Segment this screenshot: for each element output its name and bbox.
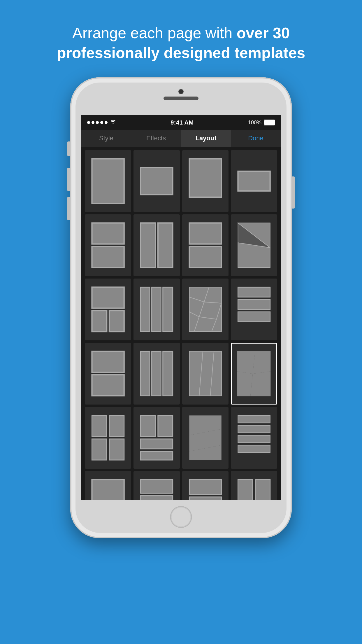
front-camera xyxy=(178,89,184,94)
svg-rect-50 xyxy=(140,439,173,449)
phone-top-area xyxy=(164,89,198,100)
svg-rect-17 xyxy=(152,287,161,332)
tab-done-label: Done xyxy=(248,134,263,142)
svg-rect-18 xyxy=(163,287,173,332)
svg-rect-66 xyxy=(189,480,221,495)
earpiece-speaker xyxy=(164,97,198,100)
volume-up-button xyxy=(67,168,70,191)
status-bar: 9:41 AM 100% xyxy=(81,115,281,130)
layout-item-6[interactable] xyxy=(133,214,180,276)
layout-item-2[interactable] xyxy=(133,150,180,212)
layout-item-19[interactable] xyxy=(182,407,229,469)
svg-rect-8 xyxy=(189,223,221,244)
svg-rect-64 xyxy=(140,496,173,500)
wifi-icon xyxy=(110,120,116,126)
header-line1: Arrange each page with over 30 xyxy=(72,24,290,41)
signal-dot-1 xyxy=(87,121,90,124)
layout-item-8[interactable] xyxy=(231,214,277,276)
signal-dot-5 xyxy=(105,121,108,124)
layout-item-15[interactable] xyxy=(182,343,229,405)
svg-rect-60 xyxy=(92,480,124,500)
signal-dot-2 xyxy=(92,121,94,124)
svg-rect-63 xyxy=(140,480,173,494)
layout-item-10[interactable] xyxy=(133,279,180,340)
tab-effects-label: Effects xyxy=(146,134,166,142)
svg-rect-33 xyxy=(152,351,161,396)
layout-item-21[interactable] xyxy=(85,471,131,500)
layout-item-14[interactable] xyxy=(133,343,180,405)
layout-item-22[interactable] xyxy=(133,471,180,500)
svg-rect-48 xyxy=(140,416,155,437)
svg-rect-15 xyxy=(109,311,124,332)
svg-marker-42 xyxy=(237,371,253,396)
svg-rect-58 xyxy=(238,435,270,443)
svg-rect-67 xyxy=(189,497,221,500)
signal-dots xyxy=(87,121,108,124)
svg-rect-51 xyxy=(140,452,173,460)
svg-rect-1 xyxy=(140,168,173,195)
layout-item-5[interactable] xyxy=(85,214,131,276)
svg-marker-40 xyxy=(237,351,255,374)
status-right: 100% xyxy=(248,120,275,126)
svg-rect-28 xyxy=(238,300,270,309)
power-button xyxy=(292,176,295,209)
svg-rect-2 xyxy=(189,159,221,197)
layout-item-11[interactable] xyxy=(182,279,229,340)
tab-bar: Style Effects Layout Done xyxy=(81,130,281,147)
svg-rect-3 xyxy=(238,171,270,191)
tab-style-label: Style xyxy=(99,134,113,142)
header-text: Arrange each page with over 30 professio… xyxy=(34,23,328,63)
svg-rect-29 xyxy=(238,312,270,322)
svg-rect-71 xyxy=(255,480,270,500)
tab-layout-label: Layout xyxy=(195,134,216,142)
svg-rect-31 xyxy=(92,375,124,396)
svg-rect-5 xyxy=(92,246,124,267)
svg-rect-57 xyxy=(238,426,270,433)
phone-mockup: 9:41 AM 100% Style Effects xyxy=(70,77,292,538)
svg-rect-70 xyxy=(238,480,253,500)
svg-marker-43 xyxy=(250,371,270,396)
volume-down-button xyxy=(67,197,70,220)
layout-item-4[interactable] xyxy=(231,150,277,212)
svg-rect-44 xyxy=(92,416,107,437)
layout-item-1[interactable] xyxy=(85,150,131,212)
phone-screen: 9:41 AM 100% Style Effects xyxy=(81,115,281,500)
status-left xyxy=(87,120,116,126)
tab-layout[interactable]: Layout xyxy=(181,130,231,147)
tab-effects[interactable]: Effects xyxy=(131,130,181,147)
svg-marker-41 xyxy=(253,351,270,374)
svg-rect-13 xyxy=(92,287,124,308)
svg-rect-59 xyxy=(238,445,270,453)
battery-icon xyxy=(264,120,275,125)
layout-item-24[interactable] xyxy=(231,471,277,500)
layout-item-7[interactable] xyxy=(182,214,229,276)
signal-dot-4 xyxy=(100,121,103,124)
svg-rect-34 xyxy=(163,351,173,396)
battery-percentage: 100% xyxy=(248,120,261,126)
signal-dot-3 xyxy=(96,121,99,124)
tab-style[interactable]: Style xyxy=(81,130,131,147)
mute-button xyxy=(67,141,70,156)
svg-rect-9 xyxy=(189,246,221,267)
header-line2: professionally designed templates xyxy=(57,44,305,61)
layout-item-13[interactable] xyxy=(85,343,131,405)
layout-item-20[interactable] xyxy=(231,407,277,469)
home-button[interactable] xyxy=(170,506,192,528)
layout-item-3[interactable] xyxy=(182,150,229,212)
svg-rect-47 xyxy=(109,439,124,460)
svg-rect-56 xyxy=(238,416,270,423)
layout-item-17[interactable] xyxy=(85,407,131,469)
svg-rect-49 xyxy=(158,416,173,437)
svg-rect-45 xyxy=(109,416,124,437)
layout-item-16[interactable] xyxy=(231,343,277,405)
svg-rect-27 xyxy=(238,287,270,297)
svg-rect-30 xyxy=(92,351,124,372)
layout-item-18[interactable] xyxy=(133,407,180,469)
svg-rect-16 xyxy=(140,287,150,332)
svg-rect-32 xyxy=(140,351,150,396)
layout-grid xyxy=(81,147,281,500)
layout-item-9[interactable] xyxy=(85,279,131,340)
tab-done[interactable]: Done xyxy=(231,130,281,147)
layout-item-12[interactable] xyxy=(231,279,277,340)
layout-item-23[interactable] xyxy=(182,471,229,500)
